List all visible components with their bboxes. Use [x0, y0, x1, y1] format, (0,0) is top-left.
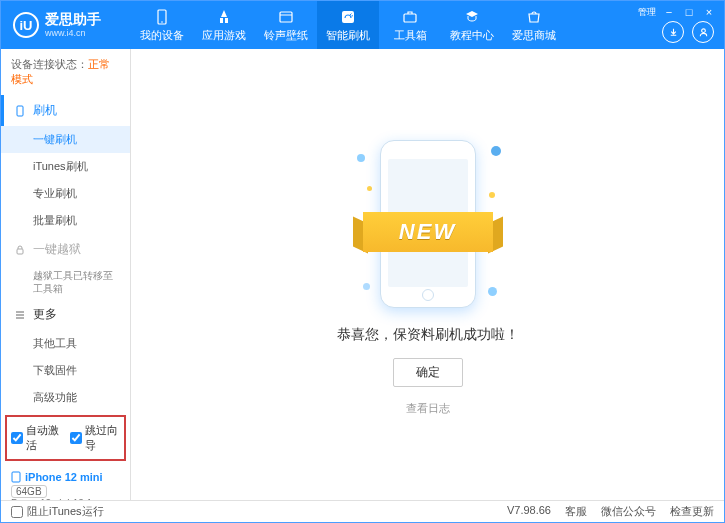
- footer-link-wechat[interactable]: 微信公众号: [601, 504, 656, 519]
- sidebar-item-other-tools[interactable]: 其他工具: [1, 330, 130, 357]
- media-icon: [277, 8, 295, 26]
- footer-link-support[interactable]: 客服: [565, 504, 587, 519]
- nav-flash[interactable]: 智能刷机: [317, 1, 379, 49]
- checkbox-auto-activate[interactable]: 自动激活: [11, 423, 62, 453]
- nav-toolbox[interactable]: 工具箱: [379, 1, 441, 49]
- window-controls: 管理 − □ ×: [638, 5, 716, 19]
- sidebar-item-itunes-flash[interactable]: iTunes刷机: [1, 153, 130, 180]
- footer-link-update[interactable]: 检查更新: [670, 504, 714, 519]
- main-content: NEW 恭喜您，保资料刷机成功啦！ 确定 查看日志: [131, 49, 724, 500]
- sidebar-item-oneclick-flash[interactable]: 一键刷机: [1, 126, 130, 153]
- checkbox-input[interactable]: [11, 506, 23, 518]
- success-message: 恭喜您，保资料刷机成功啦！: [337, 326, 519, 344]
- svg-rect-6: [17, 106, 23, 116]
- nav-label: 智能刷机: [326, 28, 370, 43]
- tutorial-icon: [463, 8, 481, 26]
- device-info: Down-12mini-13,1: [11, 498, 120, 500]
- svg-rect-8: [12, 472, 20, 482]
- lock-icon: [13, 244, 27, 256]
- nav-label: 爱思商城: [512, 28, 556, 43]
- checkbox-label: 阻止iTunes运行: [27, 504, 104, 519]
- menu-button[interactable]: 管理: [638, 5, 656, 19]
- maximize-button[interactable]: □: [682, 5, 696, 19]
- nav-label: 应用游戏: [202, 28, 246, 43]
- section-more[interactable]: 更多: [1, 299, 130, 330]
- status-label: 设备连接状态：: [11, 58, 88, 70]
- jailbreak-note: 越狱工具已转移至工具箱: [1, 265, 130, 299]
- options-box: 自动激活 跳过向导: [5, 415, 126, 461]
- logo-area: iU 爱思助手 www.i4.cn: [1, 12, 131, 38]
- nav-label: 我的设备: [140, 28, 184, 43]
- list-icon: [13, 309, 27, 321]
- footer-bar: 阻止iTunes运行 V7.98.66 客服 微信公众号 检查更新: [1, 500, 724, 522]
- svg-rect-3: [342, 11, 354, 23]
- svg-point-1: [161, 21, 163, 23]
- flash-icon: [339, 8, 357, 26]
- nav-label: 教程中心: [450, 28, 494, 43]
- download-icon[interactable]: [662, 21, 684, 43]
- nav-label: 铃声壁纸: [264, 28, 308, 43]
- sidebar-item-batch-flash[interactable]: 批量刷机: [1, 207, 130, 234]
- logo-icon: iU: [13, 12, 39, 38]
- nav-apps[interactable]: 应用游戏: [193, 1, 255, 49]
- apps-icon: [215, 8, 233, 26]
- checkbox-label: 跳过向导: [85, 423, 121, 453]
- section-label: 刷机: [33, 102, 57, 119]
- section-flash[interactable]: 刷机: [1, 95, 130, 126]
- ribbon-text: NEW: [363, 212, 493, 252]
- top-header: iU 爱思助手 www.i4.cn 我的设备 应用游戏 铃声壁纸 智能刷机 工具…: [1, 1, 724, 49]
- checkbox-input[interactable]: [70, 432, 82, 444]
- section-jailbreak: 一键越狱: [1, 234, 130, 265]
- minimize-button[interactable]: −: [662, 5, 676, 19]
- sidebar: 设备连接状态：正常模式 刷机 一键刷机 iTunes刷机 专业刷机 批量刷机 一…: [1, 49, 131, 500]
- sidebar-item-download-fw[interactable]: 下载固件: [1, 357, 130, 384]
- sidebar-item-pro-flash[interactable]: 专业刷机: [1, 180, 130, 207]
- ok-button[interactable]: 确定: [393, 358, 463, 387]
- view-log-link[interactable]: 查看日志: [406, 401, 450, 416]
- connection-status: 设备连接状态：正常模式: [1, 49, 130, 95]
- user-icon[interactable]: [692, 21, 714, 43]
- top-nav: 我的设备 应用游戏 铃声壁纸 智能刷机 工具箱 教程中心 爱思商城: [131, 1, 565, 49]
- device-icon: [153, 8, 171, 26]
- svg-rect-2: [280, 12, 292, 22]
- checkbox-label: 自动激活: [26, 423, 62, 453]
- close-button[interactable]: ×: [702, 5, 716, 19]
- store-icon: [525, 8, 543, 26]
- section-label: 更多: [33, 306, 57, 323]
- device-card[interactable]: iPhone 12 mini 64GB Down-12mini-13,1: [1, 467, 130, 500]
- phone-illustration: NEW: [363, 134, 493, 314]
- sidebar-item-advanced[interactable]: 高级功能: [1, 384, 130, 411]
- device-name: iPhone 12 mini: [11, 471, 120, 483]
- version-text: V7.98.66: [507, 504, 551, 519]
- phone-icon: [11, 471, 21, 483]
- svg-point-5: [701, 28, 705, 32]
- nav-tutorial[interactable]: 教程中心: [441, 1, 503, 49]
- nav-media[interactable]: 铃声壁纸: [255, 1, 317, 49]
- nav-my-device[interactable]: 我的设备: [131, 1, 193, 49]
- phone-icon: [13, 105, 27, 117]
- device-name-text: iPhone 12 mini: [25, 471, 103, 483]
- nav-store[interactable]: 爱思商城: [503, 1, 565, 49]
- toolbox-icon: [401, 8, 419, 26]
- checkbox-input[interactable]: [11, 432, 23, 444]
- svg-rect-7: [17, 249, 23, 254]
- device-storage: 64GB: [11, 485, 47, 498]
- checkbox-block-itunes[interactable]: 阻止iTunes运行: [11, 504, 104, 519]
- app-title: 爱思助手: [45, 12, 101, 27]
- checkbox-skip-setup[interactable]: 跳过向导: [70, 423, 121, 453]
- nav-label: 工具箱: [394, 28, 427, 43]
- section-label: 一键越狱: [33, 241, 81, 258]
- svg-rect-4: [404, 14, 416, 22]
- app-subtitle: www.i4.cn: [45, 28, 101, 38]
- header-action-icons: [662, 21, 714, 43]
